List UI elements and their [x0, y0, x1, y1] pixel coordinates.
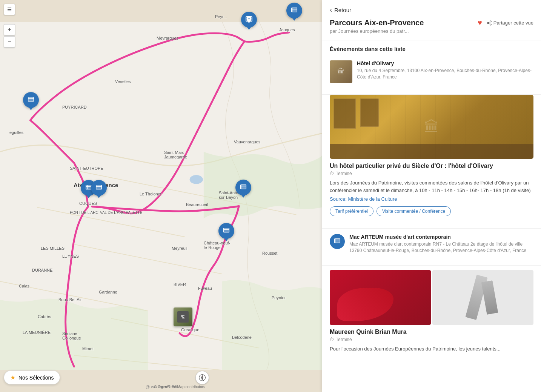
- map-pin-5[interactable]: [91, 180, 107, 196]
- sidebar-content[interactable]: 🏛 Hôtel d'Olivary 10, rue du 4 Septembre…: [322, 55, 541, 392]
- map-pin-1[interactable]: [241, 12, 257, 28]
- event-desc-hotel-olivary: Lors des Journées du Patrimoine, visites…: [330, 179, 533, 194]
- parcours-subtitle: par Journées européennes du patr...: [330, 28, 424, 34]
- event-item-maureen-quink[interactable]: Maureen Quink Brian Mura ⏱ Terminé Pour …: [322, 266, 541, 367]
- share-label: Partager cette vue: [493, 20, 533, 26]
- event-item-mac-arteum-small[interactable]: Mac ARTEUM musée d'art contemporain Mac …: [322, 229, 541, 266]
- map-pin-6[interactable]: [235, 180, 251, 195]
- svg-line-28: [489, 22, 490, 22]
- svg-rect-6: [292, 8, 297, 12]
- svg-rect-9: [28, 97, 34, 101]
- event-address-hotel-olivary: 10, rue du 4 Septembre, 13100 Aix-en-Pro…: [357, 68, 533, 80]
- map-container[interactable]: Meyrargues Venelles PUYRICARD eguilles S…: [0, 0, 322, 392]
- clock-icon: ⏱: [330, 171, 334, 176]
- event-name-hotel-olivary: Hôtel d'Olivary: [357, 60, 533, 66]
- back-arrow-icon: ‹: [330, 6, 332, 14]
- parcours-title: Parcours Aix-en-Provence: [330, 18, 424, 27]
- svg-rect-19: [224, 228, 229, 232]
- event-address-mac-arteum: Mac ARTEUM musée d'art contemporain RN7 …: [349, 241, 533, 254]
- nos-selections-label: Nos Sélections: [18, 375, 54, 381]
- svg-line-27: [489, 23, 490, 24]
- svg-point-1: [190, 175, 203, 184]
- map-pin-7[interactable]: [218, 223, 234, 239]
- evenements-title: Événements dans cette liste: [322, 40, 541, 55]
- tag-visite[interactable]: Visite commentée / Conférence: [377, 206, 451, 216]
- event-info-hotel-olivary: Hôtel d'Olivary 10, rue du 4 Septembre, …: [357, 60, 533, 80]
- event-item-hotel-olivary-large[interactable]: 🏛 Un hôtel particulier privé du Siècle d…: [322, 95, 541, 229]
- map-pin-thumbnail[interactable]: 🏗: [174, 307, 192, 326]
- svg-point-26: [490, 24, 492, 25]
- parcours-actions: ♥ Partager cette vue: [478, 18, 533, 27]
- event-title-hotel-olivary: Un hôtel particulier privé du Siècle d'O…: [330, 163, 533, 169]
- map-pin-2[interactable]: [286, 3, 302, 18]
- event-item-hotel-olivary-small[interactable]: 🏛 Hôtel d'Olivary 10, rue du 4 Septembre…: [322, 55, 541, 95]
- svg-rect-16: [241, 185, 246, 189]
- zoom-out-button[interactable]: −: [4, 36, 15, 48]
- event-desc-maureen-quink: Pour l'occasion des Journées Européennes…: [330, 345, 533, 353]
- svg-rect-5: [246, 17, 252, 21]
- share-button[interactable]: Partager cette vue: [487, 20, 533, 26]
- sidebar-header: ‹ Retour Parcours Aix-en-Provence par Jo…: [322, 0, 541, 40]
- svg-point-24: [490, 21, 492, 22]
- back-button[interactable]: ‹ Retour: [330, 6, 533, 14]
- back-label: Retour: [334, 7, 351, 13]
- svg-rect-29: [335, 239, 340, 243]
- event-thumb-hotel-olivary: 🏛: [330, 60, 352, 83]
- map-controls: ☰ + −: [4, 4, 15, 48]
- compass-button[interactable]: [195, 371, 209, 384]
- osm-attribution: © OpenStreetMap contributors: [154, 385, 205, 389]
- star-icon: ★: [10, 374, 15, 381]
- tag-tarif[interactable]: Tarif préférentiel: [330, 206, 373, 216]
- svg-point-25: [487, 22, 489, 24]
- event-source-link[interactable]: Source: Ministère de la Culture: [330, 196, 533, 202]
- zoom-in-button[interactable]: +: [4, 24, 15, 35]
- map-background: [0, 0, 322, 392]
- favorite-button[interactable]: ♥: [478, 18, 482, 27]
- map-pin-3[interactable]: [23, 92, 39, 108]
- svg-rect-14: [96, 185, 102, 189]
- menu-button[interactable]: ☰: [4, 4, 15, 15]
- event-image-hotel-olivary: 🏛: [330, 95, 533, 159]
- sidebar: ‹ Retour Parcours Aix-en-Provence par Jo…: [322, 0, 541, 392]
- event-tags-hotel-olivary: Tarif préférentiel Visite commentée / Co…: [330, 206, 533, 216]
- event-title-maureen-quink: Maureen Quink Brian Mura: [330, 329, 533, 335]
- event-name-mac-arteum: Mac ARTEUM musée d'art contemporain: [349, 234, 533, 240]
- event-icon-mac-arteum: [330, 234, 345, 249]
- nos-selections-button[interactable]: ★ Nos Sélections: [4, 370, 60, 384]
- event-image-dual-maureen: [330, 270, 533, 325]
- event-status-hotel-olivary: ⏱ Terminé: [330, 171, 533, 176]
- event-status-maureen-quink: ⏱ Terminé: [330, 337, 533, 342]
- svg-marker-22: [201, 375, 203, 378]
- svg-marker-23: [201, 378, 203, 380]
- clock-icon-maureen: ⏱: [330, 337, 334, 342]
- event-info-mac-arteum: Mac ARTEUM musée d'art contemporain Mac …: [349, 234, 533, 254]
